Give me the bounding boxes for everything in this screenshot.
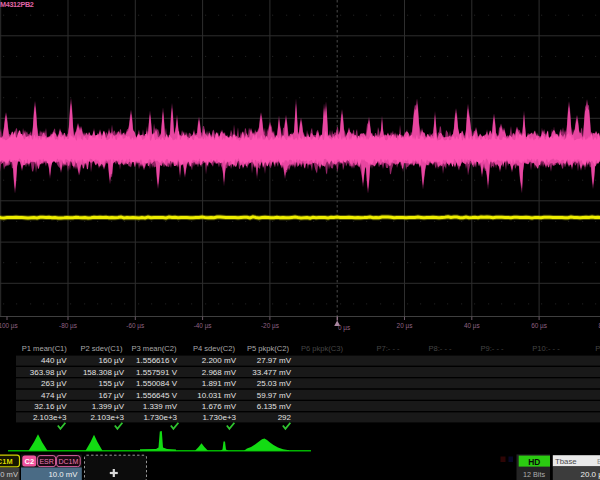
svg-text:2.103e+3: 2.103e+3 xyxy=(33,413,67,422)
svg-text:-20 µs: -20 µs xyxy=(261,322,279,330)
svg-text:0 µs: 0 µs xyxy=(338,324,350,332)
svg-text:10.0 mV: 10.0 mV xyxy=(48,470,78,479)
svg-text:155 µV: 155 µV xyxy=(98,379,124,388)
svg-text:158.308 µV: 158.308 µV xyxy=(83,368,125,377)
svg-text:12 Bits: 12 Bits xyxy=(523,470,545,479)
svg-text:32.16 µV: 32.16 µV xyxy=(34,402,67,411)
svg-text:P4 sdev(C2): P4 sdev(C2) xyxy=(193,344,236,353)
svg-text:10.031 mV: 10.031 mV xyxy=(197,391,236,400)
svg-text:167 µV: 167 µV xyxy=(98,391,124,400)
svg-text:-80 µs: -80 µs xyxy=(59,322,77,330)
svg-text:25.03 mV: 25.03 mV xyxy=(257,379,292,388)
svg-text:1.339 mV: 1.339 mV xyxy=(143,402,178,411)
svg-text:2.968 mV: 2.968 mV xyxy=(202,368,237,377)
svg-text:0 mV: 0 mV xyxy=(0,470,19,479)
svg-text:P7:- - -: P7:- - - xyxy=(376,344,400,353)
svg-text:60 µs: 60 µs xyxy=(531,322,547,330)
svg-text:440 µV: 440 µV xyxy=(41,356,67,365)
svg-text:1.730e+3: 1.730e+3 xyxy=(143,413,177,422)
svg-text:M4312PB2: M4312PB2 xyxy=(0,0,34,9)
svg-text:-100 µs: -100 µs xyxy=(0,322,18,330)
svg-text:1.550084 V: 1.550084 V xyxy=(136,379,178,388)
svg-text:59.97 mV: 59.97 mV xyxy=(257,391,292,400)
svg-text:P6 pkpk(C3): P6 pkpk(C3) xyxy=(301,344,344,353)
svg-text:P9:- - -: P9:- - - xyxy=(480,344,504,353)
svg-text:P2 sdev(C1): P2 sdev(C1) xyxy=(80,344,123,353)
svg-text:1.891 mV: 1.891 mV xyxy=(202,379,237,388)
svg-text:2.200 mV: 2.200 mV xyxy=(202,356,237,365)
svg-text:P8:- - -: P8:- - - xyxy=(428,344,452,353)
svg-text:HD: HD xyxy=(528,457,540,467)
svg-text:1.557591 V: 1.557591 V xyxy=(136,368,178,377)
svg-text:33.477 mV: 33.477 mV xyxy=(252,368,291,377)
svg-text:1.556645 V: 1.556645 V xyxy=(136,391,178,400)
svg-text:Tbase: Tbase xyxy=(555,457,577,466)
svg-text:DC1M: DC1M xyxy=(58,458,78,465)
svg-text:1.676 mV: 1.676 mV xyxy=(202,402,237,411)
svg-text:2.103e+3: 2.103e+3 xyxy=(90,413,124,422)
svg-text:1.730e+3: 1.730e+3 xyxy=(202,413,236,422)
svg-text:-60 µs: -60 µs xyxy=(126,322,144,330)
svg-text:292: 292 xyxy=(278,413,292,422)
svg-text:P1 mean(C1): P1 mean(C1) xyxy=(22,344,68,353)
svg-text:20 µs: 20 µs xyxy=(397,322,413,330)
svg-text:1.556616 V: 1.556616 V xyxy=(136,356,178,365)
svg-text:P1: P1 xyxy=(595,344,600,353)
svg-text:P5 pkpk(C2): P5 pkpk(C2) xyxy=(247,344,290,353)
svg-text:20.0 µs/div: 20.0 µs/div xyxy=(581,470,600,479)
svg-text:ESR: ESR xyxy=(39,458,53,465)
svg-text:40 µs: 40 µs xyxy=(464,322,480,330)
svg-text:C2: C2 xyxy=(25,457,34,466)
svg-text:DC1M: DC1M xyxy=(0,457,13,466)
svg-text:27.97 mV: 27.97 mV xyxy=(257,356,292,365)
svg-text:6.135 mV: 6.135 mV xyxy=(257,402,292,411)
svg-text:160 µV: 160 µV xyxy=(98,356,124,365)
svg-text:P10:- - -: P10:- - - xyxy=(532,344,560,353)
svg-text:363.98 µV: 363.98 µV xyxy=(30,368,67,377)
svg-text:263 µV: 263 µV xyxy=(41,379,67,388)
svg-text:-40 µs: -40 µs xyxy=(194,322,212,330)
svg-text:P3 mean(C2): P3 mean(C2) xyxy=(131,344,177,353)
svg-text:1.399 µV: 1.399 µV xyxy=(92,402,125,411)
svg-text:474 µV: 474 µV xyxy=(41,391,67,400)
